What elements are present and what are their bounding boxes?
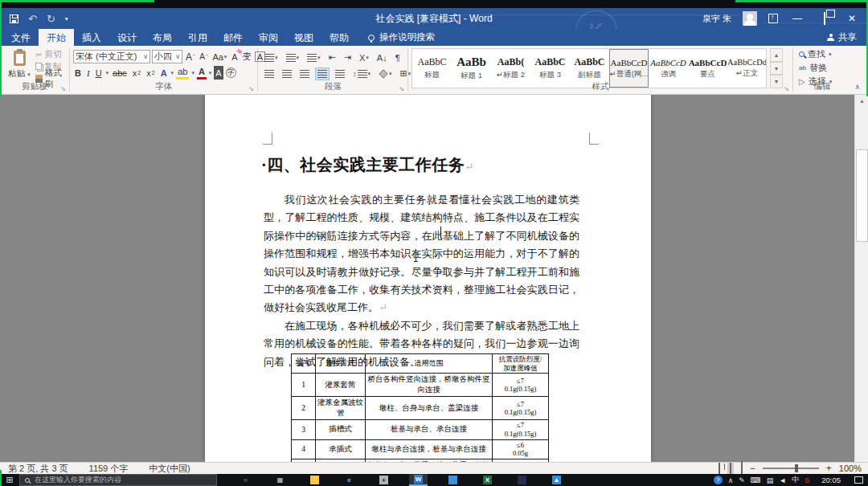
clock[interactable]: 20:05 bbox=[821, 476, 841, 484]
minimize-button[interactable]: — bbox=[789, 13, 805, 24]
increase-indent-button[interactable]: ⇥ bbox=[342, 50, 354, 65]
ribbon-display-options-icon[interactable] bbox=[768, 14, 778, 23]
read-mode-button[interactable] bbox=[719, 464, 720, 473]
redo-icon[interactable]: ↻ bbox=[47, 14, 55, 24]
touch-keyboard-icon[interactable]: ⌨ bbox=[751, 476, 761, 484]
collapse-ribbon-button[interactable]: ∧ bbox=[854, 83, 860, 91]
align-left-button[interactable] bbox=[262, 67, 276, 80]
tab-引用[interactable]: 引用 bbox=[180, 29, 215, 46]
help-badge-icon[interactable]: ? bbox=[714, 476, 723, 484]
superscript-button[interactable]: x2 bbox=[145, 66, 156, 80]
zoom-slider[interactable] bbox=[763, 468, 819, 469]
justify-button[interactable] bbox=[315, 67, 330, 80]
asian-layout-button[interactable]: X▾ bbox=[357, 51, 371, 65]
clear-formatting-button[interactable]: A bbox=[230, 50, 239, 63]
share-button[interactable]: 共享 bbox=[827, 29, 868, 46]
save-icon[interactable] bbox=[10, 14, 18, 23]
bullets-button[interactable]: ▾ bbox=[262, 51, 280, 64]
cortana-icon[interactable]: ○ bbox=[236, 474, 255, 486]
print-layout-button[interactable] bbox=[727, 463, 734, 474]
app-blue-icon[interactable] bbox=[444, 474, 462, 486]
word-icon[interactable]: W bbox=[409, 474, 428, 486]
zoom-out-button[interactable]: − bbox=[750, 463, 755, 474]
subscript-button[interactable]: x2 bbox=[131, 66, 142, 80]
hidden-icons-chevron[interactable]: ∧ bbox=[728, 476, 734, 484]
line-spacing-button[interactable]: ↕▾ bbox=[350, 67, 373, 80]
word-count[interactable]: 1159 个字 bbox=[89, 463, 129, 475]
sort-button[interactable]: A↓ bbox=[375, 51, 390, 65]
replace-button[interactable]: ab替换 bbox=[799, 62, 827, 74]
numbering-button[interactable]: ▾ bbox=[284, 51, 302, 64]
action-center-icon[interactable] bbox=[854, 476, 863, 484]
tab-插入[interactable]: 插入 bbox=[74, 29, 109, 46]
restore-button[interactable] bbox=[817, 13, 833, 24]
font-color-button[interactable]: A bbox=[197, 66, 207, 80]
clipboard-dialog-launcher[interactable]: ⇘ bbox=[60, 85, 66, 92]
document-page[interactable]: ·四、社会实践主要工作任务↵ 我们这次社会实践的主要任务就是看懂社会实践工地的建… bbox=[205, 95, 651, 462]
excel-icon[interactable]: X bbox=[478, 474, 497, 486]
zoom-slider-thumb[interactable] bbox=[795, 464, 798, 472]
cut-button[interactable]: ✂剪切 bbox=[35, 49, 69, 59]
file-explorer-icon[interactable] bbox=[305, 474, 324, 486]
strikethrough-button[interactable]: abc bbox=[111, 66, 129, 80]
align-right-button[interactable] bbox=[297, 67, 312, 80]
underline-button[interactable]: U bbox=[94, 66, 104, 80]
font-dialog-launcher[interactable]: ⇘ bbox=[248, 85, 254, 92]
ime-indicator[interactable]: 中 bbox=[792, 475, 799, 485]
multilevel-list-button[interactable]: ▾ bbox=[305, 51, 323, 64]
find-button[interactable]: 查找▾ bbox=[799, 48, 832, 60]
tab-开始[interactable]: 开始 bbox=[39, 29, 74, 46]
pen-icon[interactable]: ✎ bbox=[739, 476, 745, 484]
tell-me-box[interactable]: 操作说明搜索 bbox=[368, 29, 435, 46]
text-effects-button[interactable]: A bbox=[159, 66, 169, 80]
bold-button[interactable]: B bbox=[73, 66, 83, 80]
web-layout-button[interactable] bbox=[741, 464, 743, 473]
page-indicator[interactable]: 第 2 页, 共 3 页 bbox=[8, 463, 68, 475]
phonetic-guide-button[interactable]: 变 bbox=[241, 50, 253, 63]
gallery-down-button[interactable]: ▼ bbox=[770, 62, 783, 76]
taskbar-search-box[interactable]: 在这里输入你要搜索的内容 bbox=[19, 474, 217, 486]
tab-帮助[interactable]: 帮助 bbox=[321, 29, 357, 46]
styles-dialog-launcher[interactable]: ⇘ bbox=[784, 85, 789, 92]
edge-icon[interactable]: e bbox=[340, 474, 358, 486]
highlight-button[interactable]: ab bbox=[176, 66, 189, 80]
font-name-combo[interactable]: 宋体 (中文正文)∨ bbox=[73, 50, 150, 63]
show-marks-button[interactable]: ¶ bbox=[393, 51, 403, 65]
customize-qat-icon[interactable]: ▾ bbox=[65, 15, 68, 22]
tab-视图[interactable]: 视图 bbox=[286, 29, 321, 46]
network-icon[interactable]: ▤ bbox=[767, 476, 774, 484]
tab-设计[interactable]: 设计 bbox=[109, 29, 145, 46]
tab-布局[interactable]: 布局 bbox=[145, 29, 180, 46]
tab-邮件[interactable]: 邮件 bbox=[215, 29, 251, 46]
photos-icon[interactable]: ▲ bbox=[547, 474, 566, 486]
tab-文件[interactable]: 文件 bbox=[3, 29, 39, 46]
undo-icon[interactable]: ↶ bbox=[28, 14, 37, 24]
italic-button[interactable]: I bbox=[85, 66, 92, 80]
avatar[interactable] bbox=[743, 11, 757, 26]
language-indicator[interactable]: 中文(中国) bbox=[149, 463, 190, 475]
camera-icon[interactable]: ● bbox=[375, 474, 393, 486]
start-button[interactable]: ⊞ bbox=[0, 475, 19, 485]
close-button[interactable]: ✕ bbox=[844, 13, 860, 24]
sogou-icon[interactable]: S bbox=[805, 476, 809, 484]
scroll-up-button[interactable]: ▲ bbox=[855, 95, 868, 107]
tab-审阅[interactable]: 审阅 bbox=[251, 29, 286, 46]
gallery-up-button[interactable]: ▲ bbox=[770, 48, 783, 62]
task-view-icon[interactable]: ▦ bbox=[271, 474, 289, 486]
zoom-level[interactable]: 100% bbox=[839, 464, 862, 473]
character-shading-button[interactable]: A bbox=[214, 66, 223, 80]
user-name[interactable]: 泉宇 朱 bbox=[702, 13, 731, 25]
zoom-in-button[interactable]: + bbox=[826, 463, 832, 474]
shading-button[interactable]: ▾ bbox=[376, 67, 395, 81]
paragraph-dialog-launcher[interactable]: ⇘ bbox=[399, 85, 404, 92]
decrease-indent-button[interactable]: ⇤ bbox=[326, 50, 338, 65]
volume-icon[interactable]: ◄ bbox=[779, 476, 786, 484]
distribute-button[interactable] bbox=[333, 67, 347, 80]
align-center-button[interactable] bbox=[280, 67, 294, 80]
scrollbar-thumb[interactable] bbox=[856, 149, 868, 242]
vertical-scrollbar[interactable]: ▲ bbox=[854, 95, 868, 462]
shrink-font-button[interactable]: Aˇ bbox=[198, 50, 209, 63]
font-size-combo[interactable]: 小四∨ bbox=[152, 50, 182, 63]
change-case-button[interactable]: Aa▾ bbox=[211, 50, 228, 63]
enclose-characters-button[interactable]: 字 bbox=[226, 67, 236, 78]
